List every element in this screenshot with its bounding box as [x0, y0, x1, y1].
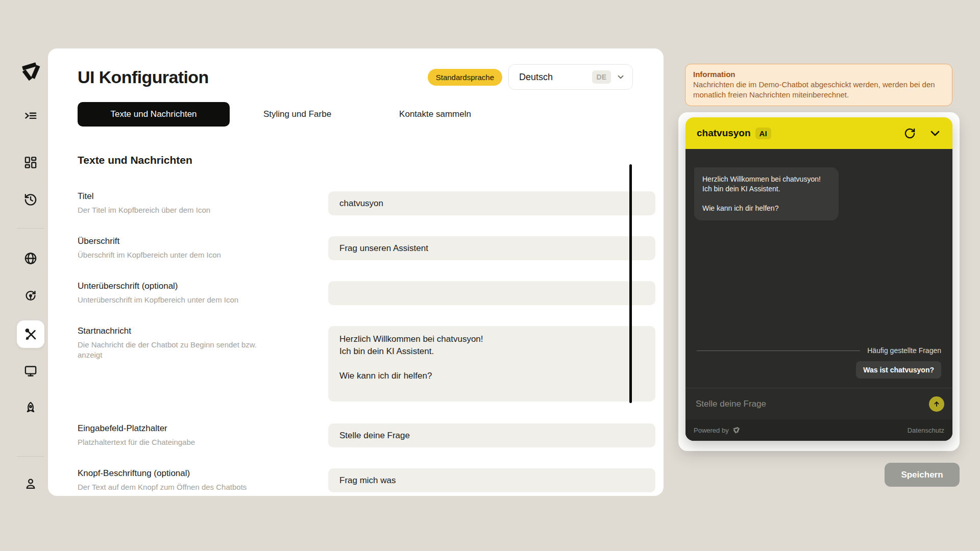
powered-by-text: Powered by: [694, 427, 729, 434]
sidebar-item-console[interactable]: [24, 110, 38, 123]
menu-prompt-icon: [24, 110, 38, 123]
field-startnachricht-description: Die Nachricht die der Chatbot zu Beginn …: [78, 340, 282, 360]
send-button[interactable]: [929, 396, 944, 412]
dashboard-grid-icon: [24, 156, 38, 169]
faq-divider: [697, 350, 860, 351]
tab-texte-und-nachrichten[interactable]: Texte und Nachrichten: [78, 102, 230, 127]
field-startnachricht-label: Startnachricht: [78, 326, 282, 336]
tab-kontakte-sammeln[interactable]: Kontakte sammeln: [365, 102, 505, 127]
refresh-icon[interactable]: [904, 128, 916, 139]
unterueberschrift-input[interactable]: [328, 281, 655, 305]
field-ueberschrift-description: Überschrift im Kopfbereich unter dem Ico…: [78, 250, 282, 260]
field-unterueberschrift-description: Unterüberschrift im Kopfbereich unter de…: [78, 295, 282, 305]
chatbot-preview: chatvusyon AI Herzlich Willkommen bei ch…: [685, 117, 952, 441]
chevron-down-icon: [616, 72, 625, 82]
field-titel-label: Titel: [78, 191, 282, 202]
info-box-text: Nachrichten die im Demo-Chatbot abgeschi…: [693, 80, 944, 100]
field-titel-description: Der Titel im Kopfbereich über dem Icon: [78, 205, 282, 215]
chat-footer: Powered by Datenschutz: [685, 419, 952, 441]
language-select[interactable]: Deutsch DE: [508, 64, 633, 90]
field-knopf-beschriftung: Knopf-Beschriftung (optional) Der Text a…: [78, 468, 634, 492]
sidebar: [0, 0, 48, 551]
default-language-badge: Standardsprache: [428, 69, 502, 86]
language-selected-value: Deutsch: [519, 72, 553, 83]
sidebar-item-home[interactable]: [20, 61, 41, 83]
chatbot-title: chatvusyon: [697, 128, 751, 139]
design-tools-icon: [24, 328, 38, 341]
user-icon: [24, 477, 38, 491]
minimize-chevron-icon[interactable]: [929, 127, 941, 139]
history-icon: [24, 193, 38, 207]
field-knopf-beschriftung-label: Knopf-Beschriftung (optional): [78, 468, 282, 479]
info-box-title: Information: [693, 70, 944, 79]
sidebar-item-history[interactable]: [24, 193, 38, 207]
sidebar-item-dashboard[interactable]: [24, 156, 38, 169]
field-unterueberschrift: Unterüberschrift (optional) Unterübersch…: [78, 281, 634, 305]
startnachricht-textarea[interactable]: Herzlich Willkommen bei chatvusyon! Ich …: [328, 326, 655, 402]
eingabefeld-platzhalter-input[interactable]: [328, 423, 655, 447]
faq-section: Häufig gestellte Fragen: [685, 346, 952, 355]
sync-model-icon: [24, 289, 38, 303]
save-button[interactable]: Speichern: [885, 463, 960, 487]
chatbot-body: Herzlich Willkommen bei chatvusyon! Ich …: [685, 149, 952, 441]
chat-input-row: [685, 388, 952, 419]
field-eingabefeld-platzhalter-label: Eingabefeld-Platzhalter: [78, 423, 282, 434]
sidebar-item-ui-configuration[interactable]: [17, 320, 44, 348]
rocket-icon: [24, 401, 38, 415]
sidebar-item-website[interactable]: [24, 252, 38, 265]
sidebar-divider-bottom: [17, 456, 44, 457]
field-startnachricht: Startnachricht Die Nachricht die der Cha…: [78, 326, 634, 360]
field-unterueberschrift-label: Unterüberschrift (optional): [78, 281, 282, 291]
chatbot-header: chatvusyon AI: [685, 117, 952, 149]
chatvusyon-logo-icon: [20, 61, 41, 83]
faq-chip-was-ist-chatvusyon[interactable]: Was ist chatvusyon?: [856, 361, 941, 379]
tab-styling-und-farbe[interactable]: Styling und Farbe: [230, 102, 365, 127]
sidebar-item-account[interactable]: [24, 477, 38, 491]
section-heading: Texte und Nachrichten: [78, 154, 192, 166]
powered-by: Powered by: [694, 427, 740, 434]
bot-welcome-message: Herzlich Willkommen bei chatvusyon! Ich …: [694, 167, 839, 220]
ai-badge: AI: [755, 128, 771, 139]
field-eingabefeld-platzhalter-description: Platzhaltertext für die Chateingabe: [78, 437, 282, 447]
field-knopf-beschriftung-description: Der Text auf dem Knopf zum Öffnen des Ch…: [78, 482, 282, 492]
language-code-badge: DE: [592, 70, 611, 84]
sidebar-item-embed[interactable]: [24, 364, 38, 378]
ueberschrift-input[interactable]: [328, 236, 655, 260]
sidebar-item-launch[interactable]: [24, 401, 38, 415]
sidebar-divider: [17, 228, 44, 229]
field-titel: Titel Der Titel im Kopfbereich über dem …: [78, 191, 634, 215]
chatvusyon-logo-small-icon: [732, 427, 740, 434]
panel-header: UI Konfiguration Standardsprache Deutsch…: [78, 64, 633, 90]
faq-label: Häufig gestellte Fragen: [867, 346, 941, 355]
privacy-link[interactable]: Datenschutz: [908, 427, 944, 434]
chat-message-input[interactable]: [696, 399, 929, 409]
tab-bar: Texte und Nachrichten Styling und Farbe …: [78, 102, 505, 127]
monitor-icon: [24, 364, 38, 378]
knopf-beschriftung-input[interactable]: [328, 468, 655, 492]
form-scrollbar[interactable]: [629, 164, 632, 403]
sidebar-item-training[interactable]: [24, 289, 38, 303]
main-panel: UI Konfiguration Standardsprache Deutsch…: [48, 48, 664, 496]
globe-icon: [24, 252, 38, 265]
field-ueberschrift: Überschrift Überschrift im Kopfbereich u…: [78, 236, 634, 260]
page-title: UI Konfiguration: [78, 67, 209, 87]
titel-input[interactable]: [328, 191, 655, 215]
field-ueberschrift-label: Überschrift: [78, 236, 282, 246]
field-eingabefeld-platzhalter: Eingabefeld-Platzhalter Platzhaltertext …: [78, 423, 634, 447]
info-box: Information Nachrichten die im Demo-Chat…: [685, 64, 952, 106]
